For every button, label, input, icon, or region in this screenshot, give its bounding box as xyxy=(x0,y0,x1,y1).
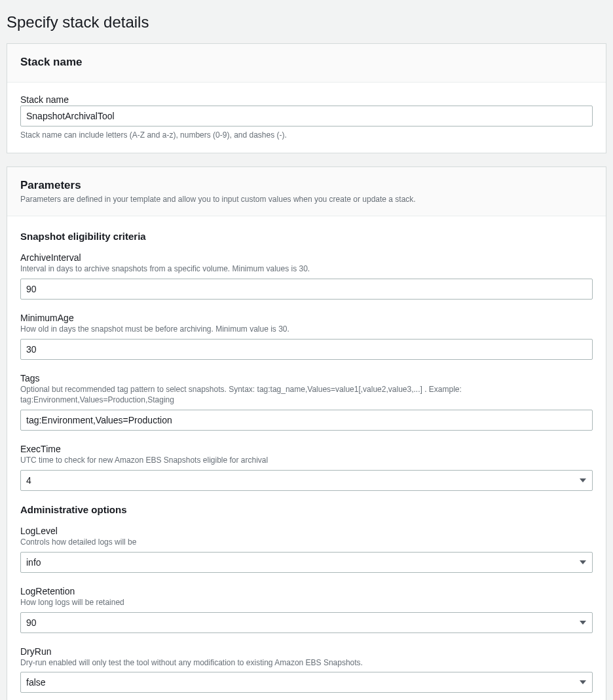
dry-run-desc: Dry-run enabled will only test the tool … xyxy=(20,657,593,669)
stack-name-heading: Stack name xyxy=(20,56,593,69)
stack-name-panel-header: Stack name xyxy=(7,44,606,83)
stack-name-panel: Stack name Stack name Stack name can inc… xyxy=(7,43,606,153)
eligibility-section-title: Snapshot eligibility criteria xyxy=(20,231,593,242)
exec-time-label: ExecTime xyxy=(20,444,593,454)
log-level-label: LogLevel xyxy=(20,526,593,536)
archive-interval-desc: Interval in days to archive snapshots fr… xyxy=(20,263,593,275)
parameters-desc: Parameters are defined in your template … xyxy=(20,195,593,204)
dry-run-label: DryRun xyxy=(20,646,593,657)
admin-section-title: Administrative options xyxy=(20,504,593,515)
stack-name-label: Stack name xyxy=(20,94,593,105)
archive-interval-label: ArchiveInterval xyxy=(20,252,593,263)
tags-label: Tags xyxy=(20,373,593,383)
minimum-age-label: MinimumAge xyxy=(20,313,593,323)
archive-interval-input[interactable] xyxy=(20,279,593,300)
parameters-panel: Parameters Parameters are defined in you… xyxy=(7,166,606,700)
exec-time-select[interactable]: 4 xyxy=(20,470,593,491)
log-level-select[interactable]: info xyxy=(20,552,593,573)
dry-run-select[interactable]: false xyxy=(20,672,593,693)
parameters-heading: Parameters xyxy=(20,179,593,192)
minimum-age-input[interactable] xyxy=(20,339,593,360)
log-retention-desc: How long logs will be retained xyxy=(20,597,593,608)
exec-time-desc: UTC time to check for new Amazon EBS Sna… xyxy=(20,455,593,466)
log-level-desc: Controls how detailed logs will be xyxy=(20,537,593,548)
log-retention-label: LogRetention xyxy=(20,586,593,596)
tags-input[interactable] xyxy=(20,410,593,431)
stack-name-input[interactable] xyxy=(20,106,593,126)
minimum-age-desc: How old in days the snapshot must be bef… xyxy=(20,324,593,335)
log-retention-select[interactable]: 90 xyxy=(20,612,593,633)
tags-desc: Optional but recommended tag pattern to … xyxy=(20,384,593,406)
stack-name-hint: Stack name can include letters (A-Z and … xyxy=(20,130,593,140)
parameters-panel-header: Parameters Parameters are defined in you… xyxy=(7,167,606,216)
page-title: Specify stack details xyxy=(7,13,606,31)
